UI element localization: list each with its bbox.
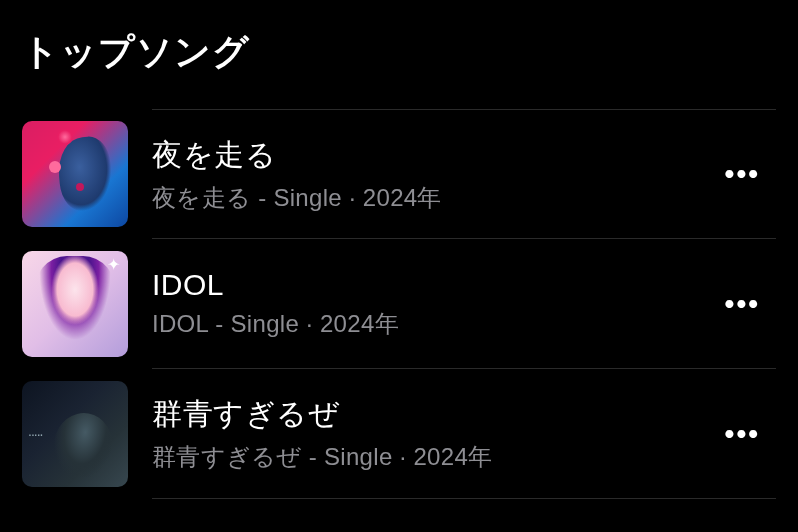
- song-info-wrap: IDOL IDOL - Single · 2024年 •••: [152, 239, 776, 369]
- more-button[interactable]: •••: [717, 280, 768, 328]
- album-art-icon: [22, 251, 128, 357]
- song-info-wrap: 夜を走る 夜を走る - Single · 2024年 •••: [152, 109, 776, 239]
- song-subtitle: 群青すぎるぜ - Single · 2024年: [152, 441, 492, 473]
- album-art-icon: [22, 381, 128, 487]
- song-info-wrap: 群青すぎるぜ 群青すぎるぜ - Single · 2024年 •••: [152, 369, 776, 499]
- song-subtitle: 夜を走る - Single · 2024年: [152, 182, 442, 214]
- song-info: IDOL IDOL - Single · 2024年: [152, 268, 399, 340]
- song-row[interactable]: 夜を走る 夜を走る - Single · 2024年 •••: [22, 109, 776, 239]
- song-info: 夜を走る 夜を走る - Single · 2024年: [152, 135, 442, 214]
- more-button[interactable]: •••: [717, 410, 768, 458]
- song-title: 群青すぎるぜ: [152, 394, 492, 435]
- section-title: トップソング: [22, 28, 776, 77]
- song-row[interactable]: IDOL IDOL - Single · 2024年 •••: [22, 239, 776, 369]
- song-title: 夜を走る: [152, 135, 442, 176]
- song-info: 群青すぎるぜ 群青すぎるぜ - Single · 2024年: [152, 394, 492, 473]
- song-list: 夜を走る 夜を走る - Single · 2024年 ••• IDOL IDOL…: [22, 109, 776, 499]
- song-row[interactable]: 群青すぎるぜ 群青すぎるぜ - Single · 2024年 •••: [22, 369, 776, 499]
- song-subtitle: IDOL - Single · 2024年: [152, 308, 399, 340]
- album-art-icon: [22, 121, 128, 227]
- song-title: IDOL: [152, 268, 399, 302]
- more-button[interactable]: •••: [717, 150, 768, 198]
